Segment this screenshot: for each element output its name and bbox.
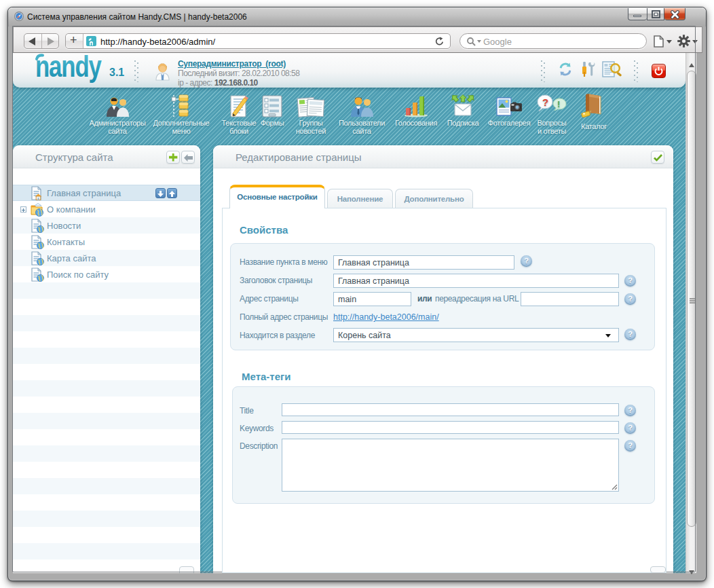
svg-text:nandy: nandy: [35, 53, 102, 83]
svg-text:?: ?: [542, 96, 548, 108]
svg-text:3.1: 3.1: [109, 67, 124, 78]
